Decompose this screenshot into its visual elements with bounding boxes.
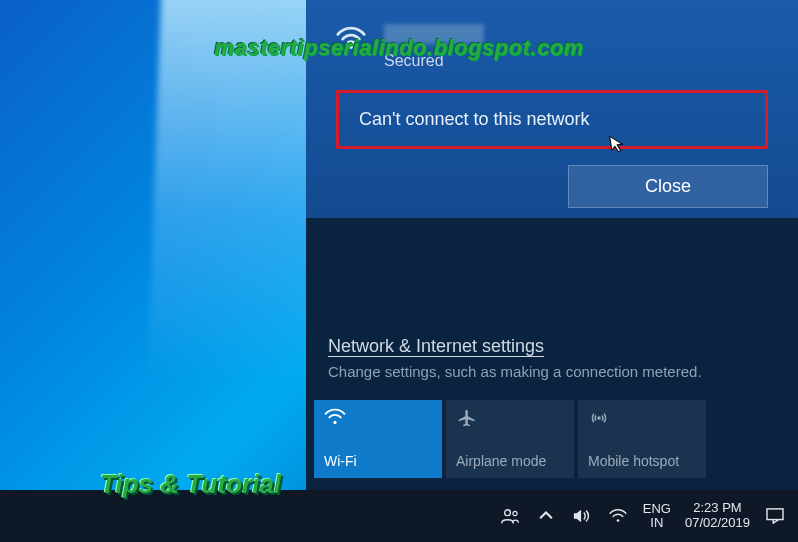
airplane-icon: [456, 408, 564, 434]
svg-point-1: [333, 421, 336, 424]
svg-point-0: [349, 45, 353, 49]
date-text: 07/02/2019: [685, 516, 750, 531]
svg-point-5: [616, 519, 619, 522]
mouse-cursor-icon: [607, 133, 626, 155]
svg-point-3: [504, 510, 510, 516]
network-entry-selected[interactable]: Secured Can't connect to this network Cl…: [306, 0, 798, 218]
tray-chevron-up-icon[interactable]: [535, 505, 557, 527]
wifi-tile[interactable]: Wi-Fi: [314, 400, 442, 478]
taskbar: ENG IN 2:23 PM 07/02/2019: [0, 490, 798, 542]
action-center-icon[interactable]: [764, 505, 786, 527]
flyout-spacer: [306, 218, 798, 318]
settings-description: Change settings, such as making a connec…: [328, 363, 776, 380]
clock[interactable]: 2:23 PM 07/02/2019: [685, 501, 750, 531]
volume-icon[interactable]: [571, 505, 593, 527]
network-settings-link[interactable]: Network & Internet settings: [328, 336, 544, 357]
error-text: Can't connect to this network: [359, 109, 590, 129]
svg-rect-6: [767, 509, 783, 520]
close-button[interactable]: Close: [568, 165, 768, 208]
wifi-icon: [336, 26, 366, 50]
settings-section: Network & Internet settings Change setti…: [306, 318, 798, 388]
network-entry-header: Secured: [336, 24, 768, 70]
airplane-tile-label: Airplane mode: [456, 453, 564, 470]
airplane-mode-tile[interactable]: Airplane mode: [446, 400, 574, 478]
hotspot-icon: [588, 408, 696, 434]
connection-error-message: Can't connect to this network: [336, 90, 768, 149]
lang-top: ENG: [643, 502, 671, 516]
mobile-hotspot-tile[interactable]: Mobile hotspot: [578, 400, 706, 478]
people-icon[interactable]: [499, 505, 521, 527]
ssid-name-redacted: [384, 24, 484, 44]
quick-action-tiles: Wi-Fi Airplane mode Mobile hotspot: [306, 388, 798, 490]
ssid-block: Secured: [384, 24, 768, 70]
network-tray-icon[interactable]: [607, 505, 629, 527]
network-flyout-panel: Secured Can't connect to this network Cl…: [306, 0, 798, 490]
close-row: Close: [336, 165, 768, 208]
time-text: 2:23 PM: [685, 501, 750, 516]
secured-label: Secured: [384, 52, 768, 70]
hotspot-tile-label: Mobile hotspot: [588, 453, 696, 470]
svg-point-4: [513, 511, 517, 515]
language-indicator[interactable]: ENG IN: [643, 502, 671, 531]
wifi-tile-label: Wi-Fi: [324, 453, 432, 470]
lang-bottom: IN: [643, 516, 671, 530]
svg-point-2: [597, 416, 601, 420]
wifi-tile-icon: [324, 408, 432, 434]
